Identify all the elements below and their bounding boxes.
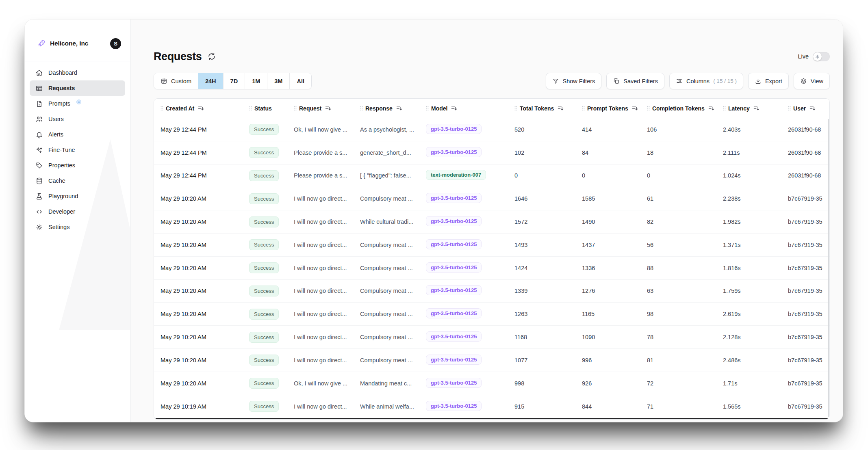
column-header-completion-tokens[interactable]: Completion Tokens bbox=[640, 99, 716, 118]
column-header-prompt-tokens[interactable]: Prompt Tokens bbox=[575, 99, 640, 118]
saved-filters-button[interactable]: Saved Filters bbox=[606, 73, 664, 89]
drag-handle-icon[interactable] bbox=[426, 106, 429, 111]
sort-icon[interactable] bbox=[325, 106, 331, 111]
cell-total-tokens: 0 bbox=[508, 172, 575, 179]
time-option-7d[interactable]: 7D bbox=[223, 73, 245, 89]
table-row[interactable]: May 29 12:44 PMSuccessPlease provide a s… bbox=[154, 164, 829, 188]
time-option-1m[interactable]: 1M bbox=[245, 73, 267, 89]
sidebar-item-requests[interactable]: Requests bbox=[30, 80, 125, 96]
cell-status: Success bbox=[243, 286, 287, 296]
cell-prompt-tokens: 844 bbox=[575, 403, 640, 410]
table-row[interactable]: May 29 10:20 AMSuccessI will now go dire… bbox=[154, 349, 829, 372]
sort-icon[interactable] bbox=[451, 106, 457, 111]
sort-icon[interactable] bbox=[396, 106, 402, 111]
sidebar-nav: DashboardRequestsPromptsUsersAlertsFine-… bbox=[25, 61, 130, 238]
document-icon bbox=[35, 100, 43, 108]
column-header-created-at[interactable]: Created At bbox=[154, 99, 243, 118]
avatar[interactable]: S bbox=[110, 38, 121, 49]
sort-icon[interactable] bbox=[708, 106, 714, 111]
cell-status: Success bbox=[243, 124, 287, 135]
cell-request: Please provide a s... bbox=[287, 149, 354, 156]
model-badge: gpt-3.5-turbo-0125 bbox=[426, 285, 482, 295]
sidebar-item-dashboard[interactable]: Dashboard bbox=[30, 65, 125, 80]
sidebar-item-developer[interactable]: Developer bbox=[30, 204, 125, 219]
filter-row: Custom 24H7D1M3MAll Show Filters Saved F… bbox=[154, 73, 830, 89]
column-header-user[interactable]: User bbox=[781, 99, 829, 118]
cell-response: While animal welfa... bbox=[354, 403, 419, 410]
table-row[interactable]: May 29 10:20 AMSuccessI will now go dire… bbox=[154, 257, 829, 280]
drag-handle-icon[interactable] bbox=[723, 106, 726, 111]
column-header-model[interactable]: Model bbox=[419, 99, 508, 118]
refresh-icon[interactable] bbox=[207, 52, 216, 61]
sort-icon[interactable] bbox=[558, 106, 564, 111]
sidebar-item-cache[interactable]: Cache bbox=[30, 173, 125, 188]
sidebar-item-prompts[interactable]: Prompts bbox=[30, 96, 125, 111]
drag-handle-icon[interactable] bbox=[788, 106, 791, 111]
cell-latency: 2.619s bbox=[716, 311, 781, 317]
sidebar-item-playground[interactable]: Playground bbox=[30, 188, 125, 204]
export-button[interactable]: Export bbox=[748, 73, 789, 89]
org-name: Helicone, Inc bbox=[50, 40, 110, 47]
column-header-request[interactable]: Request bbox=[287, 99, 354, 118]
column-header-total-tokens[interactable]: Total Tokens bbox=[508, 99, 575, 118]
drag-handle-icon[interactable] bbox=[647, 106, 650, 111]
sort-icon[interactable] bbox=[198, 106, 204, 111]
database-icon bbox=[35, 177, 43, 185]
cell-user: b7c67919-35 bbox=[781, 265, 829, 271]
drag-handle-icon[interactable] bbox=[514, 106, 517, 111]
column-header-response[interactable]: Response bbox=[354, 99, 419, 118]
table-row[interactable]: May 29 12:44 PMSuccessPlease provide a s… bbox=[154, 141, 829, 164]
sort-icon[interactable] bbox=[632, 106, 638, 111]
cell-created-at: May 29 10:20 AM bbox=[154, 334, 243, 340]
column-header-label: Status bbox=[254, 105, 272, 112]
columns-button[interactable]: Columns ( 15 / 15 ) bbox=[669, 73, 743, 89]
drag-handle-icon[interactable] bbox=[161, 106, 163, 111]
time-option-all[interactable]: All bbox=[289, 73, 311, 89]
cell-model: gpt-3.5-turbo-0125 bbox=[419, 308, 508, 320]
sort-icon[interactable] bbox=[809, 106, 816, 111]
horizontal-scrollbar[interactable] bbox=[154, 418, 829, 419]
cell-total-tokens: 1168 bbox=[508, 334, 575, 340]
table-row[interactable]: May 29 12:44 PMSuccessOk, I will now giv… bbox=[154, 118, 829, 141]
sidebar-item-users[interactable]: Users bbox=[30, 111, 125, 127]
model-badge: gpt-3.5-turbo-0125 bbox=[426, 147, 482, 157]
sidebar-item-alerts[interactable]: Alerts bbox=[30, 127, 125, 142]
table-row[interactable]: May 29 10:20 AMSuccessI will now go dire… bbox=[154, 326, 829, 349]
show-filters-button[interactable]: Show Filters bbox=[546, 73, 602, 89]
table-row[interactable]: May 29 10:20 AMSuccessOk, I will now giv… bbox=[154, 372, 829, 395]
column-header-status[interactable]: Status bbox=[243, 99, 287, 118]
sidebar-item-settings[interactable]: Settings bbox=[30, 219, 125, 235]
cell-prompt-tokens: 414 bbox=[575, 126, 640, 133]
drag-handle-icon[interactable] bbox=[360, 106, 363, 111]
cell-model: gpt-3.5-turbo-0125 bbox=[419, 378, 508, 389]
drag-handle-icon[interactable] bbox=[294, 106, 297, 111]
sort-icon[interactable] bbox=[753, 106, 760, 111]
gear-icon bbox=[35, 223, 43, 231]
live-toggle[interactable] bbox=[813, 52, 830, 61]
table-row[interactable]: May 29 10:19 AMSuccessI will now go dire… bbox=[154, 395, 829, 418]
time-custom-button[interactable]: Custom bbox=[154, 73, 198, 89]
column-header-latency[interactable]: Latency bbox=[716, 99, 781, 118]
table-row[interactable]: May 29 10:20 AMSuccessI will now go dire… bbox=[154, 187, 829, 210]
model-badge: gpt-3.5-turbo-0125 bbox=[426, 124, 482, 134]
cell-created-at: May 29 10:20 AM bbox=[154, 288, 243, 294]
vertical-scrollbar[interactable] bbox=[828, 119, 829, 417]
time-option-24h[interactable]: 24H bbox=[198, 73, 223, 89]
table-row[interactable]: May 29 10:20 AMSuccessI will now go dire… bbox=[154, 234, 829, 257]
drag-handle-icon[interactable] bbox=[249, 106, 252, 111]
table-row[interactable]: May 29 10:20 AMSuccessI will now go dire… bbox=[154, 210, 829, 234]
time-option-3m[interactable]: 3M bbox=[267, 73, 289, 89]
sparkles-icon bbox=[35, 146, 43, 154]
cell-user: 26031f90-68 bbox=[781, 172, 829, 179]
cell-prompt-tokens: 1490 bbox=[575, 219, 640, 225]
sidebar-item-fine-tune[interactable]: Fine-Tune bbox=[30, 142, 125, 158]
layers-icon bbox=[800, 78, 807, 84]
cell-user: b7c67919-35 bbox=[781, 195, 829, 202]
table-row[interactable]: May 29 10:20 AMSuccessI will now go dire… bbox=[154, 280, 829, 303]
cell-response: generate_short_d... bbox=[354, 149, 419, 156]
cell-total-tokens: 998 bbox=[508, 380, 575, 387]
view-button[interactable]: View bbox=[794, 73, 830, 89]
table-row[interactable]: May 29 10:20 AMSuccessI will now go dire… bbox=[154, 303, 829, 326]
sidebar-item-properties[interactable]: Properties bbox=[30, 158, 125, 173]
drag-handle-icon[interactable] bbox=[582, 106, 585, 111]
